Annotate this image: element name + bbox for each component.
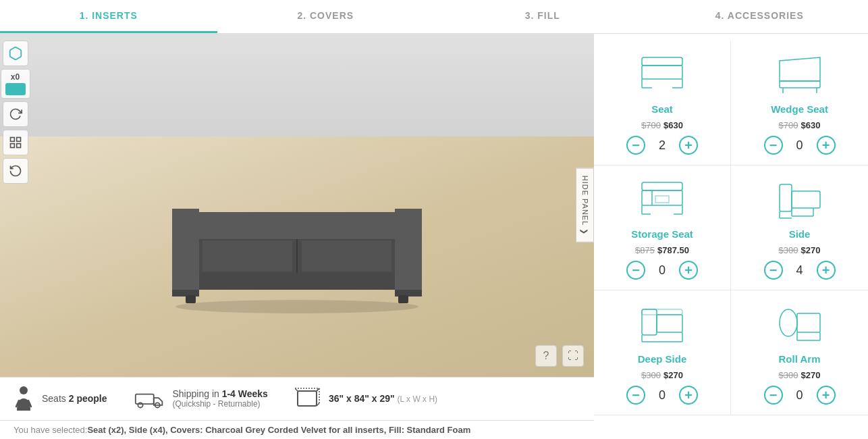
3d-view-button[interactable] <box>3 41 28 66</box>
quantity-control: −0+ <box>764 136 836 155</box>
svg-rect-1 <box>16 138 20 142</box>
truck-icon <box>134 388 165 409</box>
fullscreen-button[interactable]: ⛶ <box>562 345 584 367</box>
inserts-grid: Seat$700$630−2+ Wedge Seat$700$630−0+ St… <box>594 41 868 415</box>
svg-point-7 <box>175 300 418 313</box>
decrease-quantity-button[interactable]: − <box>764 136 783 155</box>
quantity-control: −0+ <box>764 386 836 405</box>
svg-rect-45 <box>657 315 682 332</box>
svg-rect-2 <box>10 144 14 148</box>
viewer-wall <box>0 34 594 154</box>
insert-icon-deep-side <box>635 301 689 348</box>
insert-price: $300$270 <box>779 370 821 380</box>
insert-price: $700$630 <box>641 120 683 130</box>
insert-price: $875$787.50 <box>635 245 689 255</box>
svg-rect-27 <box>780 81 820 88</box>
insert-price: $300$270 <box>779 245 821 255</box>
tab-covers[interactable]: 2. COVERS <box>217 0 435 33</box>
svg-rect-5 <box>186 295 196 303</box>
right-panel: Seat$700$630−2+ Wedge Seat$700$630−0+ St… <box>594 34 868 439</box>
chevron-right-icon: ❯ <box>580 228 589 235</box>
sale-price: $270 <box>663 370 683 380</box>
insert-cell-storage-seat: Storage Seat$875$787.50−0+ <box>594 165 731 290</box>
original-price: $875 <box>635 245 655 255</box>
tab-inserts[interactable]: 1. INSERTS <box>0 0 217 33</box>
quantity-value: 0 <box>655 388 669 403</box>
original-price: $700 <box>779 120 798 130</box>
help-button[interactable]: ? <box>535 345 557 367</box>
dimensions-info: 36" x 84" x 29" (L x W x H) <box>295 386 437 411</box>
insert-icon-wedge-seat <box>773 51 827 98</box>
seats-info: Seats 2 people <box>13 385 107 412</box>
insert-cell-wedge-seat: Wedge Seat$700$630−0+ <box>731 41 868 165</box>
increase-quantity-button[interactable]: + <box>679 386 698 405</box>
insert-name: Seat <box>651 103 673 115</box>
tab-fill[interactable]: 3. FILL <box>434 0 651 33</box>
insert-name: Deep Side <box>638 353 687 365</box>
left-toolbar: x0 <box>0 34 30 377</box>
sale-price: $270 <box>801 245 821 255</box>
info-bar: Seats 2 people Shipping in 1-4 Weeks <box>0 377 594 421</box>
shipping-sub: (Quickship - Returnable) <box>173 399 268 409</box>
person-icon <box>13 385 34 412</box>
svg-rect-44 <box>642 309 657 335</box>
left-panel: x0 <box>0 34 594 439</box>
decrease-quantity-button[interactable]: − <box>764 386 783 405</box>
decrease-quantity-button[interactable]: − <box>764 261 783 280</box>
tab-accessories[interactable]: 4. ACCESSORIES <box>651 0 869 33</box>
quantity-value: 4 <box>793 263 807 278</box>
svg-rect-38 <box>792 191 820 208</box>
hide-panel-label: HIDE PANEL <box>581 175 589 226</box>
increase-quantity-button[interactable]: + <box>679 261 698 280</box>
svg-point-50 <box>780 309 797 336</box>
quantity-control: −0+ <box>626 386 698 405</box>
insert-price: $300$270 <box>641 370 683 380</box>
svg-rect-14 <box>298 391 317 406</box>
seats-text: Seats 2 people <box>42 393 107 404</box>
quantity-value: 2 <box>655 138 669 153</box>
svg-rect-3 <box>16 144 20 148</box>
grid-button[interactable] <box>3 130 28 155</box>
svg-rect-51 <box>797 313 820 332</box>
svg-point-8 <box>20 386 28 394</box>
hide-panel-button[interactable]: HIDE PANEL ❯ <box>576 167 594 242</box>
shipping-text: Shipping in 1-4 Weeks <box>173 388 268 399</box>
insert-icon-roll-arm <box>773 301 827 348</box>
quantity-value: 0 <box>793 388 807 403</box>
dimensions-text: 36" x 84" x 29" (L x W x H) <box>329 393 437 404</box>
quantity-control: −4+ <box>764 261 836 280</box>
insert-cell-seat: Seat$700$630−2+ <box>594 41 731 165</box>
decrease-quantity-button[interactable]: − <box>626 261 645 280</box>
insert-icon-storage-seat <box>635 176 689 223</box>
svg-rect-0 <box>10 138 14 142</box>
insert-name: Wedge Seat <box>771 103 828 115</box>
insert-cell-deep-side: Deep Side$300$270−0+ <box>594 290 731 415</box>
insert-cell-roll-arm: Roll Arm$300$270−0+ <box>731 290 868 415</box>
increase-quantity-button[interactable]: + <box>817 386 836 405</box>
insert-name: Roll Arm <box>779 353 821 365</box>
selection-info: You have selected: Seat (x2), Side (x4),… <box>0 420 594 439</box>
original-price: $300 <box>779 370 798 380</box>
increase-quantity-button[interactable]: + <box>817 261 836 280</box>
original-price: $300 <box>779 245 798 255</box>
svg-rect-22 <box>642 66 682 79</box>
decrease-quantity-button[interactable]: − <box>626 386 645 405</box>
svg-rect-11 <box>135 394 153 404</box>
dimensions-icon <box>295 386 321 411</box>
color-swatch <box>5 83 26 95</box>
reset-button[interactable] <box>3 158 28 184</box>
svg-rect-37 <box>780 184 792 211</box>
increase-quantity-button[interactable]: + <box>679 136 698 155</box>
quantity-control: −2+ <box>626 136 698 155</box>
insert-name: Storage Seat <box>631 228 693 240</box>
decrease-quantity-button[interactable]: − <box>626 136 645 155</box>
increase-quantity-button[interactable]: + <box>817 136 836 155</box>
quantity-control: −0+ <box>626 261 698 280</box>
corner-help: ? ⛶ <box>535 345 584 367</box>
rotate-button[interactable] <box>3 101 28 127</box>
original-price: $700 <box>641 120 661 130</box>
quantity-value: 0 <box>655 263 669 278</box>
original-price: $300 <box>641 370 661 380</box>
sale-price: $787.50 <box>657 245 689 255</box>
viewer-wrapper: x0 <box>0 34 594 377</box>
